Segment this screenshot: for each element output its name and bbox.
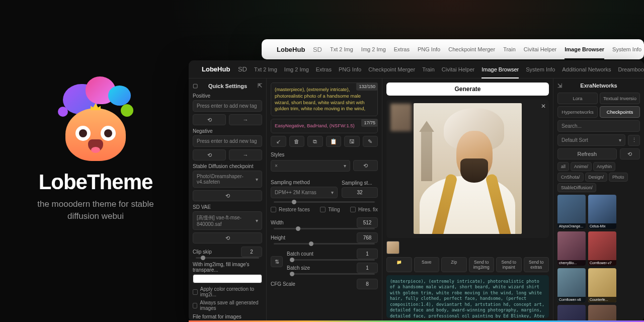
restore-faces-check[interactable]: Restore faces bbox=[271, 207, 310, 212]
clipboard-icon[interactable]: 📋 bbox=[326, 136, 342, 147]
clip-skip-slider[interactable] bbox=[196, 257, 259, 259]
model-card[interactable]: Evt_v3.0 bbox=[588, 305, 616, 322]
save-button[interactable]: Save bbox=[414, 257, 440, 272]
filter-chip[interactable]: all bbox=[557, 162, 569, 171]
collapse-icon[interactable]: ▢ bbox=[193, 83, 198, 89]
height-slider[interactable] bbox=[274, 243, 375, 245]
width-slider[interactable] bbox=[274, 228, 375, 229]
tab-checkpoint-merger[interactable]: Checkpoint Merger bbox=[448, 46, 495, 52]
hires-fix-check[interactable]: Hires. fix bbox=[350, 207, 378, 212]
checkpoint-select[interactable]: Photo\Dreamshaper-v4.safeten▾ bbox=[193, 171, 262, 188]
tab-image-browser[interactable]: Image Browser bbox=[481, 66, 519, 78]
negative-input[interactable]: Press enter to add new tag bbox=[193, 135, 262, 147]
steps-slider[interactable] bbox=[274, 201, 375, 203]
send-extras-button[interactable]: Send to extras bbox=[524, 257, 549, 272]
fill-input[interactable] bbox=[193, 274, 262, 283]
refresh-icon[interactable]: ⟲ bbox=[620, 148, 640, 159]
arrow-right-icon[interactable]: → bbox=[229, 149, 262, 160]
shuffle-icon[interactable]: ⟲ bbox=[193, 114, 226, 125]
sort-select[interactable]: Default Sort▾ bbox=[557, 134, 625, 146]
tab-train[interactable]: Train bbox=[422, 66, 435, 72]
wand-icon[interactable]: ✎ bbox=[363, 136, 378, 147]
save-icon[interactable]: 🖫 bbox=[344, 136, 360, 147]
model-card[interactable]: Cornflower-v7 bbox=[588, 231, 616, 266]
tab-extras[interactable]: Extras bbox=[394, 46, 410, 52]
tab-system-info[interactable]: System Info bbox=[526, 66, 555, 72]
tab-txt-2-img[interactable]: Txt 2 Img bbox=[330, 46, 353, 52]
send-img2img-button[interactable]: Send to img2img bbox=[469, 257, 495, 272]
swap-icon[interactable]: ⇅ bbox=[271, 256, 283, 267]
generate-button[interactable]: Generate bbox=[386, 83, 549, 96]
tab-img-2-img[interactable]: Img 2 Img bbox=[284, 66, 309, 72]
tab-png-info[interactable]: PNG Info bbox=[339, 66, 361, 72]
height-value[interactable]: 768 bbox=[357, 232, 378, 243]
cfg-value[interactable]: 8 bbox=[357, 279, 378, 289]
extra-tab-lora[interactable]: Lora bbox=[557, 93, 598, 104]
refresh-icon[interactable]: ⟲ bbox=[353, 160, 378, 171]
extra-tab-hypernetworks[interactable]: Hypernetworks bbox=[557, 106, 598, 118]
trash-icon[interactable]: 🗑 bbox=[289, 136, 305, 147]
chevron-down-icon: ▾ bbox=[344, 163, 346, 169]
tab-system-info[interactable]: System Info bbox=[612, 46, 641, 52]
pin-icon[interactable]: ⇲ bbox=[557, 83, 562, 89]
model-card[interactable]: Counterfe... bbox=[588, 268, 616, 302]
filter-chip[interactable]: Anythin bbox=[593, 162, 615, 171]
refresh-icon[interactable]: ⟲ bbox=[193, 190, 262, 201]
negative-prompt[interactable]: 17/75 EasyNegative, BadHand, (NSFW:1.5) bbox=[271, 119, 378, 133]
send-inpaint-button[interactable]: Send to inpaint bbox=[496, 257, 522, 272]
extra-tab-checkpoints[interactable]: Checkpoints bbox=[600, 106, 640, 118]
tab-civitai-helper[interactable]: Civitai Helper bbox=[524, 46, 556, 52]
shuffle-icon[interactable]: ⟲ bbox=[193, 149, 226, 160]
filter-chip[interactable]: Anime/ bbox=[571, 162, 592, 171]
zip-button[interactable]: Zip bbox=[441, 257, 467, 272]
tab-image-browser[interactable]: Image Browser bbox=[565, 46, 604, 59]
filter-chip[interactable]: StableDiffusion/ bbox=[557, 183, 596, 192]
tab-checkpoint-merger[interactable]: Checkpoint Merger bbox=[368, 66, 415, 72]
tab-additional-networks[interactable]: Additional Networks bbox=[562, 66, 611, 72]
refresh-button[interactable]: Refresh bbox=[557, 148, 617, 159]
batch-count-slider[interactable] bbox=[290, 259, 375, 261]
filter-chip[interactable]: Photo bbox=[609, 173, 628, 182]
batch-count-value[interactable]: 1 bbox=[357, 249, 378, 259]
styles-select[interactable]: ×▾ bbox=[271, 160, 350, 172]
tab-extras[interactable]: Extras bbox=[316, 66, 332, 72]
tiling-check[interactable]: Tiling bbox=[320, 207, 340, 212]
model-card[interactable]: Dosmix bbox=[557, 305, 586, 322]
pin-icon[interactable]: ⇱ bbox=[258, 83, 262, 89]
tab-png-info[interactable]: PNG Info bbox=[418, 46, 440, 52]
sampling-steps-label: Sampling st... bbox=[342, 180, 378, 186]
model-card[interactable]: Cetus-Mix bbox=[588, 195, 616, 229]
thumbnail[interactable] bbox=[386, 241, 399, 254]
clip-skip-value[interactable]: 2 bbox=[241, 247, 262, 257]
filter-chip[interactable]: CnShota/ bbox=[557, 173, 584, 182]
batch-size-slider[interactable] bbox=[290, 273, 375, 275]
tab-civitai-helper[interactable]: Civitai Helper bbox=[442, 66, 474, 72]
generated-image[interactable] bbox=[414, 103, 522, 234]
arrow-right-icon[interactable]: → bbox=[229, 114, 262, 125]
model-card[interactable]: cherryBlo... bbox=[557, 231, 586, 266]
tab-img-2-img[interactable]: Img 2 Img bbox=[361, 46, 386, 52]
arrow-in-icon[interactable]: ↙ bbox=[271, 136, 286, 147]
sampling-steps-value[interactable]: 32 bbox=[342, 187, 378, 198]
extra-tab-textual inversio[interactable]: Textual Inversio bbox=[600, 93, 640, 104]
tab-dreambooth[interactable]: Dreambooth bbox=[618, 66, 645, 72]
sort-dir-icon[interactable]: ⋮ bbox=[628, 135, 640, 146]
color-correction-check[interactable]: Apply color correction to img2i... bbox=[193, 286, 262, 297]
search-input[interactable]: Search... bbox=[557, 120, 640, 132]
vae-select[interactable]: [高慢例] vae-ft-mse-840000.saf▾ bbox=[193, 211, 262, 230]
tab-txt-2-img[interactable]: Txt 2 Img bbox=[254, 66, 277, 72]
model-card[interactable]: AbyssOrange... bbox=[557, 195, 586, 229]
positive-input[interactable]: Press enter to add new tag bbox=[193, 100, 262, 112]
refresh-icon[interactable]: ⟲ bbox=[193, 232, 262, 244]
filter-chip[interactable]: Design/ bbox=[585, 173, 608, 182]
copy-icon[interactable]: ⧉ bbox=[307, 136, 323, 147]
model-card[interactable]: Cornflower-v8 bbox=[557, 268, 586, 302]
folder-icon[interactable]: 📁 bbox=[386, 257, 412, 272]
batch-size-value[interactable]: 1 bbox=[357, 263, 378, 273]
close-icon[interactable]: ✕ bbox=[541, 103, 546, 110]
sampling-method-select[interactable]: DPM++ 2M Karras▾ bbox=[271, 187, 338, 198]
tab-train[interactable]: Train bbox=[503, 46, 516, 52]
width-value[interactable]: 512 bbox=[357, 217, 378, 228]
positive-prompt[interactable]: 132/150 (masterpiece), (extremely intric… bbox=[271, 83, 378, 116]
always-save-check[interactable]: Always save all generated images bbox=[193, 300, 262, 311]
